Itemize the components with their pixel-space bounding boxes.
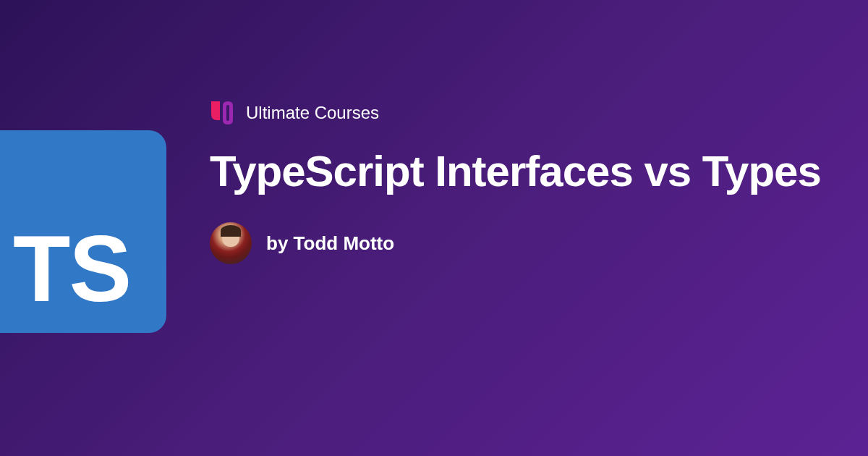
author-row: by Todd Motto <box>210 222 825 264</box>
content-area: Ultimate Courses TypeScript Interfaces v… <box>210 100 825 264</box>
typescript-badge-text: TS <box>13 221 130 316</box>
author-byline: by Todd Motto <box>266 232 394 255</box>
brand-logo-icon <box>210 100 233 126</box>
brand-row: Ultimate Courses <box>210 100 825 126</box>
typescript-badge: TS <box>0 130 166 333</box>
author-avatar <box>210 222 252 264</box>
brand-name: Ultimate Courses <box>246 103 379 123</box>
page-title: TypeScript Interfaces vs Types <box>210 146 825 196</box>
